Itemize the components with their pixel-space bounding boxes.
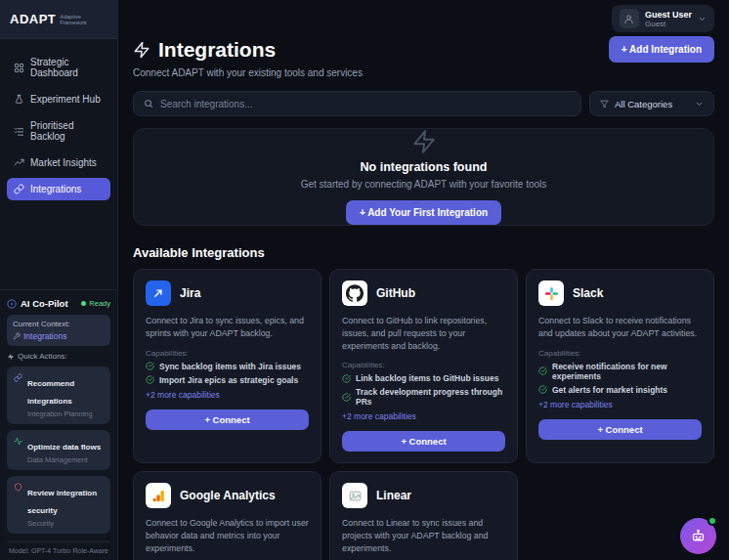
integrations-bolt-icon: [133, 41, 150, 59]
quick-action-review-security[interactable]: Review integration security Security: [7, 476, 110, 534]
github-icon: [342, 280, 367, 306]
checklist-icon: [14, 126, 24, 137]
ai-chat-fab[interactable]: [680, 518, 716, 554]
search-input[interactable]: [160, 99, 571, 109]
card-description: Connect to GitHub to link repositories, …: [342, 315, 505, 352]
card-description: Connect to Jira to sync issues, epics, a…: [146, 315, 309, 340]
check-circle-icon: [146, 362, 154, 370]
quick-actions-label: Quick Actions:: [18, 352, 67, 361]
empty-state-title: No integrations found: [361, 160, 488, 174]
sidebar-item-integrations[interactable]: Integrations: [7, 178, 110, 200]
avatar: [620, 9, 639, 28]
integration-card-github: GitHub Connect to GitHub to link reposit…: [329, 269, 518, 463]
quick-action-subtitle: Integration Planning: [27, 409, 104, 418]
copilot-current-context: Current Context: Integrations: [7, 315, 110, 346]
robot-icon: [690, 528, 707, 544]
google-analytics-icon: [146, 483, 171, 508]
quick-action-optimize-data-flows[interactable]: Optimize data flows Data Management: [7, 430, 110, 470]
card-description: Connect to Linear to sync issues and pro…: [342, 517, 505, 554]
check-circle-icon: [342, 374, 351, 383]
quick-action-title: Review integration security: [27, 489, 97, 515]
add-first-integration-button[interactable]: + Add Your First Integration: [346, 200, 501, 225]
page-subtitle: Connect ADAPT with your existing tools a…: [133, 67, 714, 78]
check-circle-icon: [342, 393, 351, 402]
integration-card-slack: Slack Connect to Slack to receive notifi…: [526, 269, 714, 463]
sidebar-nav: Strategic Dashboard Experiment Hub Prior…: [0, 39, 117, 212]
integration-card-linear: Linear Connect to Linear to sync issues …: [329, 471, 518, 560]
capability-item: Receive notifications for new experiment…: [538, 362, 702, 381]
quick-action-subtitle: Data Management: [27, 455, 101, 464]
capability-item: Track development progress through PRs: [342, 387, 505, 407]
capability-item: Import Jira epics as strategic goals: [146, 375, 309, 385]
sidebar-item-prioritised-backlog[interactable]: Prioritised Backlog: [7, 114, 110, 148]
sidebar-item-label: Experiment Hub: [30, 94, 101, 105]
quick-action-subtitle: Security: [27, 519, 104, 528]
bolt-icon: [411, 129, 437, 154]
context-value: Integrations: [23, 331, 66, 341]
more-capabilities-link[interactable]: +2 more capabilities: [146, 390, 309, 400]
card-title: Google Analytics: [180, 489, 276, 502]
connect-button[interactable]: + Connect: [342, 431, 505, 452]
dashboard-grid-icon: [14, 63, 24, 73]
flask-icon: [14, 94, 24, 105]
sidebar-item-label: Strategic Dashboard: [30, 57, 104, 78]
category-filter[interactable]: All Categories: [589, 91, 714, 116]
available-integrations-heading: Available Integrations: [133, 245, 714, 260]
sidebar-item-label: Prioritised Backlog: [30, 120, 104, 142]
slack-icon: [538, 280, 564, 306]
quick-actions-icon: [7, 353, 15, 361]
search-icon: [144, 99, 153, 108]
connect-button[interactable]: + Connect: [538, 419, 702, 440]
more-capabilities-link[interactable]: +2 more capabilities: [342, 411, 505, 421]
sidebar-item-label: Market Insights: [30, 157, 97, 168]
status-dot: [81, 301, 86, 306]
linear-icon: [342, 483, 367, 508]
user-menu[interactable]: Guest User Guest: [612, 5, 714, 32]
search-box: [133, 91, 581, 116]
copilot-title: AI Co-Pilot: [21, 298, 68, 309]
quick-action-recommend-integrations[interactable]: Recommend integrations Integration Plann…: [7, 366, 110, 424]
card-title: GitHub: [376, 286, 415, 300]
ai-copilot-panel: AI Co-Pilot Ready Current Context: Integ…: [0, 289, 117, 560]
filter-value: All Categories: [615, 99, 689, 109]
card-description: Connect to Slack to receive notification…: [538, 315, 702, 340]
activity-icon: [14, 437, 22, 446]
sidebar-item-experiment-hub[interactable]: Experiment Hub: [7, 88, 110, 110]
card-title: Slack: [573, 286, 603, 300]
link-icon: [14, 184, 24, 194]
sidebar-item-strategic-dashboard[interactable]: Strategic Dashboard: [7, 51, 110, 84]
copilot-footer: Model: GPT-4 Turbo Role-Aware: [7, 541, 110, 560]
capability-item: Link backlog items to GitHub issues: [342, 373, 505, 383]
card-description: Connect to Google Analytics to import us…: [146, 517, 309, 554]
sidebar-item-label: Integrations: [30, 184, 81, 194]
link-icon: [14, 373, 22, 382]
copilot-status: Ready: [81, 299, 110, 308]
mode-label: Role-Aware: [73, 547, 108, 554]
check-circle-icon: [538, 366, 547, 375]
capabilities-label: Capabilities:: [538, 349, 702, 358]
user-name: Guest User: [645, 10, 692, 20]
quick-action-title: Optimize data flows: [27, 443, 101, 452]
trending-up-icon: [14, 157, 24, 168]
capability-item: Sync backlog items with Jira issues: [146, 362, 309, 371]
app-tagline: Adaptive Framework: [60, 14, 107, 25]
check-circle-icon: [538, 385, 547, 394]
capabilities-label: Capabilities:: [342, 361, 505, 369]
sidebar-item-market-insights[interactable]: Market Insights: [7, 151, 110, 174]
shield-icon: [14, 483, 22, 492]
empty-state: No integrations found Get started by con…: [133, 128, 714, 226]
capability-item: Get alerts for market insights: [538, 385, 702, 395]
chevron-down-icon: [695, 100, 704, 108]
page-title: Integrations: [158, 38, 276, 62]
app-name: ADAPT: [10, 12, 56, 26]
add-integration-button[interactable]: + Add Integration: [609, 36, 714, 63]
more-capabilities-link[interactable]: +2 more capabilities: [538, 400, 702, 409]
integrations-grid: Jira Connect to Jira to sync issues, epi…: [133, 269, 714, 560]
connect-button[interactable]: + Connect: [146, 409, 309, 430]
quick-action-title: Recommend integrations: [27, 379, 74, 406]
wrench-icon: [13, 332, 21, 340]
integration-card-google-analytics: Google Analytics Connect to Google Analy…: [133, 471, 322, 560]
filter-icon: [600, 100, 609, 108]
card-title: Linear: [376, 489, 411, 502]
integration-card-jira: Jira Connect to Jira to sync issues, epi…: [133, 269, 322, 463]
